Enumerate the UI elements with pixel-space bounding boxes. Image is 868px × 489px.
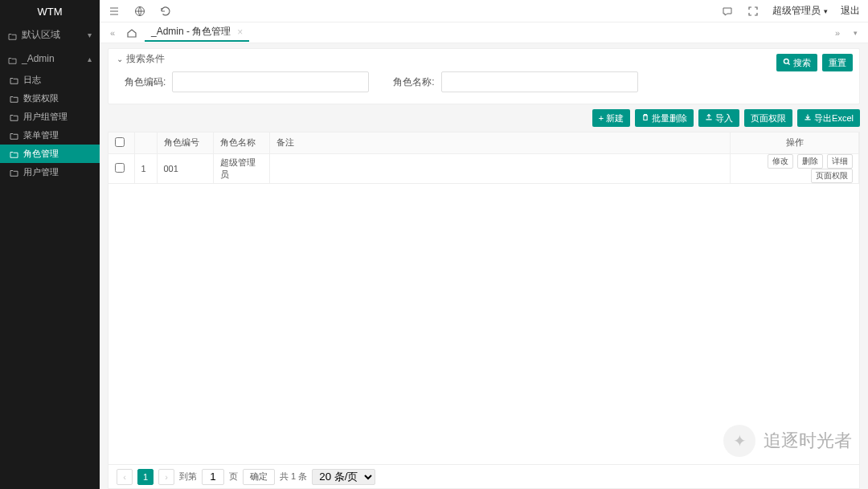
sidebar-item-label: 数据权限 (23, 92, 59, 104)
fullscreen-icon[interactable] (747, 5, 760, 18)
main: 超级管理员 ▾ 退出 « _Admin - 角色管理 × » ▾ ⌄ 搜索条件 (100, 0, 868, 489)
sidebar-item-menu[interactable]: 菜单管理 (0, 126, 100, 145)
sidebar-item-label: 用户管理 (23, 166, 59, 178)
page-perm-button[interactable]: 页面权限 (744, 109, 792, 127)
sidebar-item-data-perm[interactable]: 数据权限 (0, 89, 100, 108)
folder-icon (10, 95, 18, 102)
col-index (134, 132, 157, 153)
sidebar: WTM 默认区域 ▾ _Admin ▴ 日志 数据权限 用户组管理 菜单管理 角… (0, 0, 100, 489)
search-button[interactable]: 搜索 (776, 54, 817, 71)
folder-icon (10, 169, 18, 176)
close-icon[interactable]: × (237, 26, 243, 38)
chevron-down-icon: ▾ (88, 31, 92, 39)
row-checkbox[interactable] (115, 163, 125, 173)
search-toggle[interactable]: ⌄ 搜索条件 (108, 49, 859, 68)
logout-link[interactable]: 退出 (841, 4, 860, 18)
trash-icon (641, 113, 649, 123)
col-code: 角色编号 (157, 132, 213, 153)
tabbar: « _Admin - 角色管理 × » ▾ (100, 22, 868, 43)
pager-size-select[interactable]: 20 条/页 (312, 469, 375, 485)
plus-icon: + (599, 113, 604, 123)
table: 角色编号 角色名称 备注 操作 1 001 超级管理员 修改 (108, 132, 860, 489)
sidebar-group-admin[interactable]: _Admin ▴ (0, 47, 100, 71)
edit-button[interactable]: 修改 (768, 154, 793, 169)
sidebar-item-log[interactable]: 日志 (0, 71, 100, 89)
name-label: 角色名称: (393, 75, 434, 89)
tab-role[interactable]: _Admin - 角色管理 × (145, 23, 249, 42)
export-button[interactable]: 导出Excel (797, 109, 860, 127)
pager-page-1[interactable]: 1 (137, 469, 154, 485)
folder-icon (10, 113, 18, 120)
pager-goto-input[interactable] (202, 469, 224, 485)
delete-button[interactable]: 删除 (797, 154, 823, 169)
row-index: 1 (134, 153, 157, 183)
search-title: 搜索条件 (126, 52, 165, 66)
tabs-next-icon[interactable]: » (831, 26, 844, 39)
select-all-checkbox[interactable] (115, 137, 125, 147)
folder-icon (8, 55, 17, 63)
chevron-down-icon: ▾ (824, 7, 828, 15)
folder-icon (8, 31, 17, 39)
sidebar-item-user[interactable]: 用户管理 (0, 163, 100, 181)
upload-icon (705, 113, 713, 123)
col-ops: 操作 (731, 132, 859, 153)
search-icon (783, 58, 791, 67)
folder-icon (10, 76, 18, 84)
pager-prev[interactable]: ‹ (117, 469, 133, 485)
col-name: 角色名称 (213, 132, 269, 153)
app-logo: WTM (0, 0, 100, 22)
pager-confirm-button[interactable]: 确定 (243, 469, 275, 485)
sidebar-item-label: 菜单管理 (23, 129, 59, 141)
tabs-prev-icon[interactable]: « (106, 26, 119, 39)
code-input[interactable] (172, 71, 369, 92)
sidebar-item-label: 角色管理 (23, 148, 59, 160)
add-button[interactable]: +新建 (592, 109, 630, 127)
pager-next[interactable]: › (158, 469, 174, 485)
chevron-down-icon: ⌄ (117, 55, 123, 63)
row-code: 001 (157, 153, 213, 183)
content: ⌄ 搜索条件 角色编码: 角色名称: 搜索 重置 (100, 43, 868, 489)
sidebar-group-label: _Admin (22, 53, 55, 64)
import-button[interactable]: 导入 (698, 109, 739, 127)
home-icon[interactable] (125, 26, 138, 39)
row-page-perm-button[interactable]: 页面权限 (811, 169, 853, 183)
sidebar-group-default[interactable]: 默认区域 ▾ (0, 22, 100, 47)
chevron-up-icon: ▴ (88, 55, 92, 63)
download-icon (804, 113, 812, 123)
name-input[interactable] (441, 71, 638, 92)
tab-title: _Admin - 角色管理 (151, 25, 231, 39)
sidebar-group-label: 默认区域 (22, 28, 60, 42)
row-remark (269, 153, 731, 183)
username: 超级管理员 (772, 4, 821, 18)
search-panel: ⌄ 搜索条件 角色编码: 角色名称: 搜索 重置 (108, 48, 860, 104)
svg-point-1 (784, 59, 788, 63)
detail-button[interactable]: 详细 (827, 154, 853, 169)
folder-icon (10, 132, 18, 139)
pager-total: 共 1 条 (280, 471, 307, 483)
topbar: 超级管理员 ▾ 退出 (100, 0, 868, 22)
pager: ‹ 1 › 到第 页 确定 共 1 条 20 条/页 (108, 464, 859, 488)
sidebar-item-usergroup[interactable]: 用户组管理 (0, 108, 100, 126)
pager-goto-label: 到第 (179, 471, 197, 483)
reset-button[interactable]: 重置 (822, 54, 853, 71)
globe-icon[interactable] (133, 5, 146, 18)
action-bar: +新建 批量删除 导入 页面权限 导出Excel (108, 109, 860, 127)
message-icon[interactable] (721, 5, 734, 18)
table-row: 1 001 超级管理员 修改 删除 详细 页面权限 (108, 153, 859, 183)
tabs-menu-icon[interactable]: ▾ (849, 26, 862, 39)
sidebar-item-label: 日志 (23, 74, 41, 86)
pager-page-unit: 页 (229, 471, 238, 483)
refresh-icon[interactable] (159, 5, 172, 18)
batch-delete-button[interactable]: 批量删除 (635, 109, 694, 127)
col-remark: 备注 (269, 132, 731, 153)
user-menu[interactable]: 超级管理员 ▾ (772, 4, 828, 18)
menu-toggle-icon[interactable] (108, 5, 121, 18)
sidebar-item-label: 用户组管理 (23, 111, 68, 123)
folder-icon (10, 150, 18, 157)
code-label: 角色编码: (125, 75, 166, 89)
sidebar-item-role[interactable]: 角色管理 (0, 145, 100, 163)
row-name: 超级管理员 (213, 153, 269, 183)
